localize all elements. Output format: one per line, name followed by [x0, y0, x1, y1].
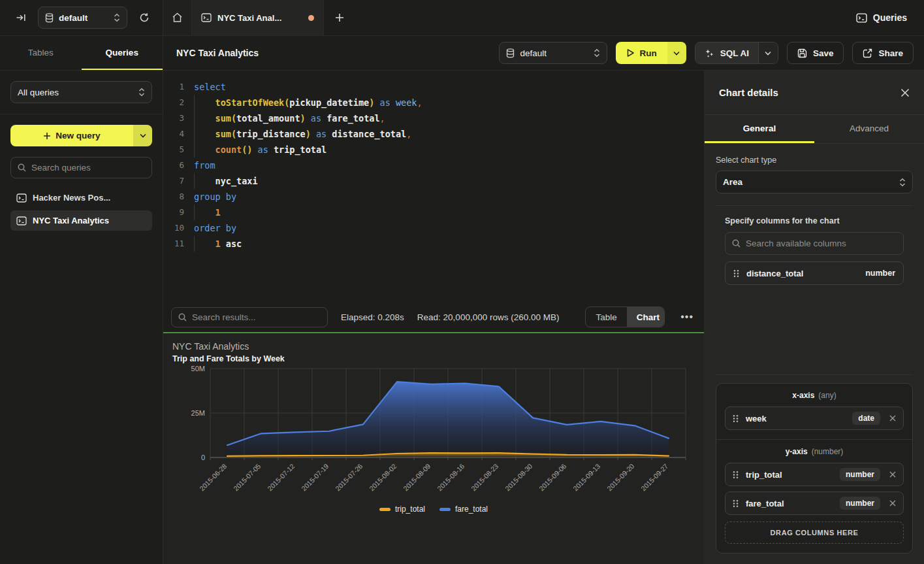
new-query-button[interactable]: New query	[10, 125, 152, 146]
y-axis-header: y-axis(number)	[725, 447, 904, 456]
search-queries-box[interactable]	[10, 157, 152, 178]
editor-line-code: toStartOfWeek(pickup_datetime) as week,	[194, 95, 422, 110]
chart-panel-tab-general[interactable]: General	[705, 115, 814, 143]
new-query-dropdown[interactable]	[133, 125, 152, 146]
line-number: 11	[163, 236, 184, 252]
drag-handle-icon	[733, 414, 739, 423]
svg-text:0: 0	[201, 454, 205, 461]
indent-guide	[194, 110, 195, 126]
query-list-item[interactable]: NYC Taxi Analytics	[10, 210, 152, 231]
plus-icon	[43, 132, 51, 140]
axis-column-item[interactable]: trip_totalnumber	[725, 463, 904, 486]
home-tab[interactable]	[163, 0, 192, 35]
chart-panel-tab-advanced[interactable]: Advanced	[814, 115, 924, 143]
sql-ai-button[interactable]: SQL AI	[695, 42, 778, 64]
view-toggle-chart[interactable]: Chart	[627, 307, 665, 327]
legend-item-trip_total[interactable]: trip_total	[379, 505, 425, 514]
svg-text:25M: 25M	[191, 409, 205, 417]
editor-line: 3 sum(total_amount) as fare_total,	[163, 110, 704, 126]
query-filter-value: All queries	[18, 88, 133, 97]
run-dropdown[interactable]	[667, 42, 686, 64]
line-number: 9	[163, 205, 184, 220]
query-list-item-label: Hacker News Pos...	[33, 193, 110, 203]
refresh-icon[interactable]	[135, 8, 153, 27]
save-icon	[797, 48, 807, 58]
run-button[interactable]: Run	[616, 42, 686, 64]
editor-line-code: from	[194, 158, 215, 173]
collapse-sidebar-icon[interactable]	[12, 8, 30, 27]
sql-ai-dropdown[interactable]	[758, 42, 778, 63]
axis-column-item[interactable]: weekdate	[725, 406, 904, 430]
new-tab-button[interactable]	[324, 0, 355, 35]
more-options-button[interactable]: •••	[678, 311, 696, 323]
indent-guide	[194, 205, 195, 220]
editor-toolbar: NYC Taxi Analytics default Ru	[163, 36, 924, 71]
chart-type-select[interactable]: Area	[716, 171, 913, 193]
queries-nav-button[interactable]: Queries	[856, 0, 924, 35]
editor-line: 8group by	[163, 189, 704, 205]
database-selector[interactable]: default	[38, 7, 127, 29]
legend-swatch	[439, 508, 451, 511]
legend-swatch	[379, 508, 390, 511]
axis-column-type-badge: number	[840, 497, 880, 510]
editor-line-code: order by	[194, 220, 236, 236]
view-toggle-table[interactable]: Table	[586, 307, 626, 327]
save-button[interactable]: Save	[787, 42, 844, 64]
legend-item-fare_total[interactable]: fare_total	[439, 505, 488, 514]
search-results-box[interactable]	[171, 307, 328, 327]
x-axis-title: x-axis	[792, 391, 814, 400]
available-columns-list: distance_totalnumber	[725, 261, 904, 285]
new-query-container: New query	[0, 114, 163, 150]
editor-database-selector[interactable]: default	[499, 42, 607, 64]
svg-text:2015-08-02: 2015-08-02	[368, 462, 398, 493]
queries-nav-label: Queries	[873, 12, 907, 23]
indent-guide	[194, 173, 195, 189]
drop-zone[interactable]: DRAG COLUMNS HERE	[725, 522, 904, 544]
svg-text:2015-07-12: 2015-07-12	[266, 462, 296, 493]
search-columns-box[interactable]	[725, 232, 904, 255]
remove-column-icon[interactable]	[889, 471, 896, 478]
indent-guide	[194, 95, 195, 110]
axis-config-box: x-axis(any) weekdate y-axis(number) trip…	[716, 383, 913, 554]
new-query-main[interactable]: New query	[10, 125, 133, 146]
chart-type-label: Select chart type	[716, 156, 913, 165]
search-queries-input[interactable]	[31, 163, 145, 173]
editor-line-code: group by	[194, 189, 236, 205]
chart-panel-title: Chart details	[719, 87, 778, 98]
axis-column-name: fare_total	[746, 499, 833, 508]
sql-editor[interactable]: 1select2 toStartOfWeek(pickup_datetime) …	[163, 71, 704, 302]
search-columns-input[interactable]	[746, 239, 897, 248]
updown-chevron-icon	[899, 178, 906, 187]
body: TablesQueries All queries New query	[0, 36, 924, 564]
area-chart[interactable]: 025M50M2015-06-282015-07-052015-07-12201…	[172, 363, 695, 503]
editor-line: 2 toStartOfWeek(pickup_datetime) as week…	[163, 95, 704, 110]
results-bar: Elapsed: 0.208s Read: 20,000,000 rows (2…	[163, 302, 704, 332]
editor-line-code: nyc_taxi	[194, 173, 258, 189]
svg-text:50M: 50M	[191, 365, 205, 373]
query-list: Hacker News Pos...NYC Taxi Analytics	[0, 185, 163, 233]
query-tab-nyc-taxi[interactable]: NYC Taxi Anal...	[192, 0, 324, 35]
editor-line-code: select	[194, 79, 226, 95]
query-filter-select[interactable]: All queries	[10, 81, 152, 103]
share-button[interactable]: Share	[852, 42, 914, 64]
close-icon[interactable]	[900, 88, 910, 97]
editor-line-code: 1 asc	[194, 236, 242, 252]
remove-column-icon[interactable]	[889, 415, 896, 422]
play-icon	[626, 48, 635, 58]
axis-column-item[interactable]: fare_totalnumber	[725, 491, 904, 515]
sidebar-tab-tables[interactable]: Tables	[0, 36, 82, 70]
svg-text:2015-08-16: 2015-08-16	[436, 462, 466, 493]
x-axis-items: weekdate	[725, 406, 904, 430]
available-column-item[interactable]: distance_totalnumber	[725, 261, 904, 285]
search-results-input[interactable]	[192, 312, 321, 322]
unsaved-changes-dot	[308, 15, 314, 21]
editor-line: 1select	[163, 79, 704, 95]
run-button-main[interactable]: Run	[616, 42, 667, 64]
tab-title: NYC Taxi Anal...	[217, 13, 302, 23]
sql-ai-main[interactable]: SQL AI	[695, 42, 758, 63]
remove-column-icon[interactable]	[889, 500, 896, 506]
search-icon	[18, 163, 26, 172]
query-list-item[interactable]: Hacker News Pos...	[10, 188, 152, 208]
drag-handle-icon	[733, 269, 739, 278]
sidebar-tab-queries[interactable]: Queries	[82, 36, 163, 70]
